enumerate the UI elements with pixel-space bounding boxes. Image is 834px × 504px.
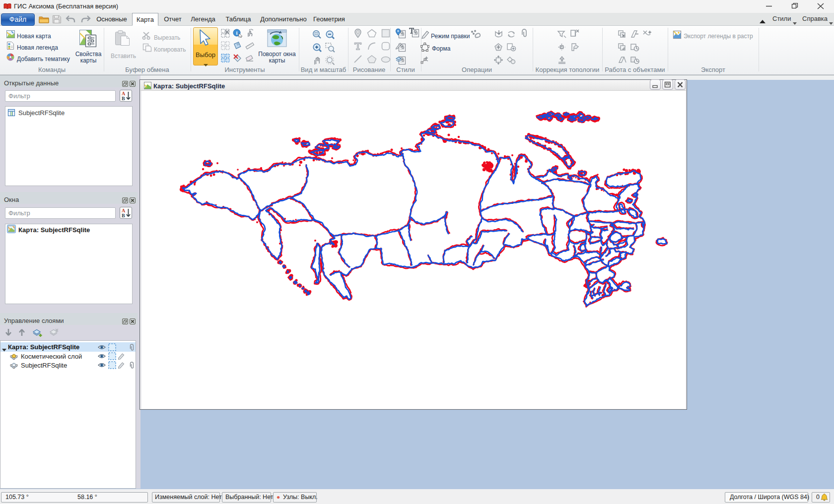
svg-text:B: B	[122, 213, 125, 218]
svg-text:i: i	[236, 30, 237, 36]
svg-text:B: B	[122, 96, 125, 101]
